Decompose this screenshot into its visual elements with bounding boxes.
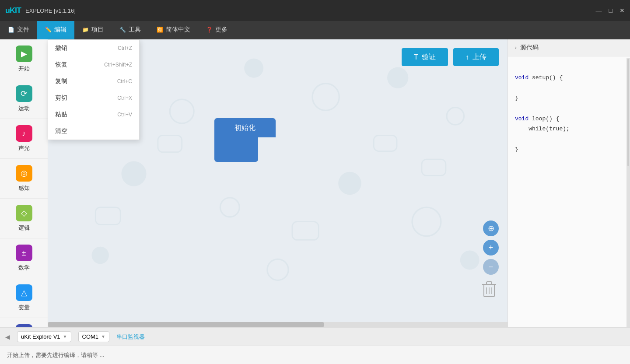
math-icon: ± (16, 245, 32, 261)
menu-lang[interactable]: 🈶 简体中文 (149, 21, 198, 39)
minimize-button[interactable]: — (596, 7, 602, 14)
svg-point-13 (460, 251, 480, 270)
svg-point-7 (121, 161, 146, 186)
menu-more[interactable]: ❓ 更多 (198, 21, 235, 39)
more-menu-icon: ❓ (206, 27, 213, 33)
svg-rect-21 (486, 282, 492, 284)
svg-point-3 (244, 59, 263, 78)
start-label: 开始 (18, 65, 30, 73)
paste-label: 粘贴 (55, 111, 67, 119)
close-button[interactable]: ✕ (620, 7, 625, 14)
device-selector-arrow: ▼ (63, 334, 67, 339)
verify-label: 验证 (422, 52, 436, 62)
sense-icon: ◎ (16, 165, 32, 182)
device-label: uKit Explore V1 (21, 333, 60, 340)
block-init-body (214, 137, 258, 162)
maximize-button[interactable]: □ (609, 7, 612, 14)
file-menu-label: 文件 (17, 26, 29, 34)
menu-undo[interactable]: 撤销 Ctrl+Z (48, 40, 139, 56)
sidebar-item-motion[interactable]: ⟳ 运动 (0, 79, 48, 119)
svg-rect-17 (95, 207, 120, 224)
menubar: 📄 文件 ✏️ 编辑 📁 项目 🔧 工具 🈶 简体中文 ❓ 更多 (0, 21, 630, 39)
verify-button[interactable]: T̲ 验证 (402, 48, 448, 66)
undo-label: 撤销 (55, 44, 67, 52)
menu-edit[interactable]: ✏️ 编辑 (37, 21, 74, 39)
svg-point-11 (91, 247, 108, 264)
menu-tools[interactable]: 🔧 工具 (112, 21, 149, 39)
redo-label: 恢复 (55, 61, 67, 69)
tools-menu-icon: 🔧 (119, 27, 126, 33)
statusbar: ◀ uKit Explore V1 ▼ COM1 ▼ 串口监视器 (0, 327, 630, 346)
port-selector-arrow: ▼ (101, 334, 105, 339)
scrollbar-thumb-h (48, 322, 324, 327)
menu-file[interactable]: 📄 文件 (0, 21, 37, 39)
upload-icon: ↑ (466, 53, 469, 61)
code-panel: › 源代码 void setup() { } void loop() { whi… (508, 39, 630, 327)
port-selector[interactable]: COM1 ▼ (78, 331, 109, 342)
port-label: COM1 (82, 333, 99, 340)
cut-shortcut: Ctrl+X (117, 95, 132, 101)
more-menu-label: 更多 (215, 26, 228, 34)
menu-cut[interactable]: 剪切 Ctrl+X (48, 90, 139, 106)
sidebar-item-math[interactable]: ± 数学 (0, 238, 48, 278)
svg-point-2 (170, 99, 194, 123)
logic-icon: ◇ (16, 205, 32, 221)
math-label: 数学 (18, 264, 30, 272)
copy-label: 复制 (55, 77, 67, 85)
code-scrollbar-thumb (627, 59, 629, 166)
redo-shortcut: Ctrl+Shift+Z (104, 62, 132, 68)
menu-redo[interactable]: 恢复 Ctrl+Shift+Z (48, 56, 139, 73)
project-menu-icon: 📁 (82, 27, 89, 33)
code-panel-chevron: › (515, 45, 517, 51)
var-icon: △ (16, 284, 32, 301)
motion-icon: ⟳ (16, 85, 32, 102)
svg-point-5 (387, 67, 408, 88)
svg-rect-14 (158, 135, 182, 152)
menu-project[interactable]: 📁 项目 (74, 21, 112, 39)
zoom-in-button[interactable]: + (483, 240, 499, 256)
sidebar-item-sound[interactable]: ♪ 声光 (0, 119, 48, 159)
code-panel-label: 源代码 (520, 44, 539, 52)
sidebar-item-sense[interactable]: ◎ 感知 (0, 159, 48, 199)
svg-point-10 (412, 207, 441, 236)
edit-menu-icon: ✏️ (45, 27, 52, 33)
status-arrow-left[interactable]: ◀ (5, 333, 10, 340)
menu-paste[interactable]: 粘贴 Ctrl+V (48, 106, 139, 123)
lang-menu-label: 简体中文 (166, 26, 190, 34)
sidebar: ▶ 开始 ⟳ 运动 ♪ 声光 ◎ 感知 ◇ 逻辑 ± 数学 △ 变量 ƒ 函数 (0, 39, 48, 327)
motion-label: 运动 (18, 105, 30, 112)
init-block[interactable]: 初始化 (214, 118, 276, 162)
sidebar-item-var[interactable]: △ 变量 (0, 278, 48, 318)
svg-point-4 (312, 84, 339, 110)
zoom-out-button[interactable]: − (483, 259, 499, 275)
project-menu-label: 项目 (91, 26, 104, 34)
menu-clear[interactable]: 清空 (48, 123, 139, 140)
bottom-message-bar: 开始上传，需要先进行编译，请稍等 ... (0, 346, 630, 364)
sense-label: 感知 (18, 184, 30, 192)
canvas-toolbar: T̲ 验证 ↑ 上传 (402, 48, 499, 66)
sound-icon: ♪ (16, 125, 32, 142)
cut-label: 剪切 (55, 94, 67, 102)
lang-menu-icon: 🈶 (157, 27, 163, 33)
sidebar-item-func[interactable]: ƒ 函数 (0, 318, 48, 327)
clear-label: 清空 (55, 127, 67, 135)
sidebar-item-logic[interactable]: ◇ 逻辑 (0, 199, 48, 238)
paste-shortcut: Ctrl+V (117, 112, 132, 118)
serial-monitor-link[interactable]: 串口监视器 (116, 333, 145, 341)
undo-shortcut: Ctrl+Z (118, 45, 132, 51)
zoom-center-button[interactable]: ⊕ (483, 220, 499, 236)
svg-point-12 (267, 259, 288, 280)
code-panel-body: void setup() { } void loop() { while(tru… (508, 56, 630, 327)
block-init-label: 初始化 (234, 123, 256, 133)
trash-button[interactable] (480, 280, 499, 301)
menu-copy[interactable]: 复制 Ctrl+C (48, 73, 139, 90)
bottom-message-text: 开始上传，需要先进行编译，请稍等 ... (7, 351, 104, 359)
code-panel-scrollbar[interactable] (626, 58, 630, 327)
device-selector[interactable]: uKit Explore V1 ▼ (17, 331, 71, 342)
canvas-scrollbar-h[interactable] (48, 322, 508, 327)
file-menu-icon: 📄 (8, 27, 14, 33)
verify-icon: T̲ (414, 53, 418, 61)
sidebar-item-start[interactable]: ▶ 开始 (0, 39, 48, 79)
upload-button[interactable]: ↑ 上传 (453, 48, 499, 66)
trash-icon (482, 281, 497, 298)
